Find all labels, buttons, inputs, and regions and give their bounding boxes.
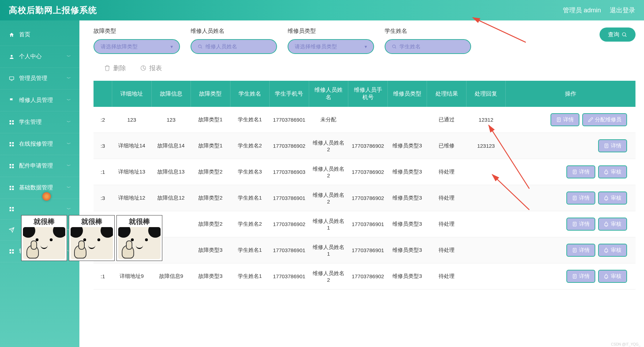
table-cell: 已通过 <box>427 107 467 133</box>
table-header: 学生姓名 <box>230 81 270 107</box>
search-icon <box>198 44 203 49</box>
nav-label: 配件申请管理 <box>19 162 53 170</box>
table-cell: 故障信息13 <box>151 159 191 185</box>
table-header: 维修人员姓名 <box>309 81 348 107</box>
nav-label: 首页 <box>19 31 30 38</box>
grid-icon <box>8 248 15 255</box>
grid-icon <box>8 185 15 191</box>
table-cell: 17703786902 <box>348 185 388 211</box>
table-cell <box>466 263 506 290</box>
table-cell: 详细地址12 <box>112 185 151 211</box>
svg-rect-7 <box>10 142 11 144</box>
table-cell: :3 <box>94 185 112 211</box>
table-cell: 维修人员姓名1 <box>309 211 348 237</box>
svg-rect-24 <box>12 249 14 251</box>
table-cell: 待处理 <box>427 263 467 290</box>
table-cell: 123 <box>151 107 191 133</box>
svg-rect-23 <box>10 249 11 251</box>
audit-button[interactable]: 审核 <box>598 270 627 283</box>
detail-button[interactable]: 详情 <box>566 218 595 231</box>
sidebar-item-5[interactable]: 在线报修管理﹀ <box>0 133 79 155</box>
audit-button[interactable]: 审核 <box>598 244 627 257</box>
table-cell: 17703786902 <box>348 159 388 185</box>
sidebar-item-1[interactable]: 个人中心﹀ <box>0 46 79 68</box>
filter-select-fault-type[interactable]: 请选择故障类型 <box>94 39 180 54</box>
table-row: 故障类型3学生姓名117703786901维修人员姓名117703786901维… <box>94 237 636 263</box>
table-header: 详细地址 <box>112 81 151 107</box>
table-cell: 12312 <box>466 107 506 133</box>
search-icon <box>621 32 627 37</box>
sidebar-item-7[interactable]: 基础数据管理﹀ <box>0 177 79 199</box>
table-cell: 17703786901 <box>270 185 309 211</box>
table-cell: 待处理 <box>427 211 467 237</box>
svg-rect-16 <box>12 186 14 188</box>
detail-button[interactable]: 详情 <box>566 165 595 178</box>
svg-rect-1 <box>10 77 14 79</box>
sidebar-item-0[interactable]: 首页 <box>0 24 79 46</box>
grid-icon <box>8 141 15 147</box>
table-cell: 17703786903 <box>270 159 309 185</box>
detail-button[interactable]: 详情 <box>550 113 579 126</box>
svg-rect-17 <box>10 188 11 190</box>
sticker: 就很棒 <box>116 215 162 261</box>
filter-select-repair-type[interactable]: 请选择维修员类型 <box>288 39 374 54</box>
flag-icon <box>8 97 15 104</box>
table-cell <box>466 211 506 237</box>
delete-button[interactable]: 删除 <box>104 64 126 72</box>
detail-button[interactable]: 详情 <box>566 270 595 283</box>
svg-line-30 <box>395 48 396 49</box>
chevron-down-icon: ﹀ <box>67 206 71 212</box>
app-title: 高校后勤网上报修系统 <box>9 5 97 16</box>
table-cell: :1 <box>94 159 112 185</box>
detail-button[interactable]: 详情 <box>566 244 595 257</box>
nav-label: 管理员管理 <box>19 75 47 82</box>
filter-input-repair-name[interactable]: 维修人员姓名 <box>191 39 277 54</box>
assign-button[interactable]: 分配维修员 <box>582 113 627 126</box>
audit-button[interactable]: 审核 <box>598 165 627 178</box>
svg-rect-8 <box>12 142 14 144</box>
table-cell: 详细地址14 <box>112 133 151 159</box>
table-cell: :2 <box>94 107 112 133</box>
audit-button[interactable]: 审核 <box>598 218 627 231</box>
chevron-down-icon: ﹀ <box>67 119 71 125</box>
screen-icon <box>8 75 15 82</box>
sidebar-item-2[interactable]: 管理员管理﹀ <box>0 68 79 90</box>
filter-label-student-name: 学生姓名 <box>385 28 471 35</box>
sidebar-item-6[interactable]: 配件申请管理﹀ <box>0 155 79 177</box>
table-cell: 故障信息14 <box>151 133 191 159</box>
user-label[interactable]: 管理员 admin <box>563 6 601 14</box>
table-cell <box>466 159 506 185</box>
data-table-container[interactable]: 详细地址故障信息故障类型学生姓名学生手机号维修人员姓名维修人员手机号维修员类型处… <box>94 81 636 347</box>
detail-button[interactable]: 详情 <box>566 191 595 205</box>
table-header: 维修人员手机号 <box>348 81 388 107</box>
svg-rect-14 <box>12 166 14 168</box>
table-cell-ops: 详情审核 <box>506 237 636 263</box>
table-cell: 故障类型3 <box>191 263 230 290</box>
table-cell-ops: 详情审核 <box>506 159 636 185</box>
svg-line-32 <box>625 36 626 37</box>
svg-rect-12 <box>12 164 14 166</box>
query-button[interactable]: 查询 <box>600 28 636 42</box>
svg-rect-20 <box>12 207 14 209</box>
logout-link[interactable]: 退出登录 <box>610 6 635 14</box>
audit-button[interactable]: 审核 <box>598 191 627 205</box>
table-header <box>94 81 112 107</box>
svg-rect-15 <box>10 186 11 188</box>
table-cell: 学生姓名1 <box>230 185 270 211</box>
table-cell: 故障类型3 <box>191 237 230 263</box>
report-button[interactable]: 报表 <box>140 64 162 72</box>
filter-input-student-name[interactable]: 学生姓名 <box>385 39 471 54</box>
table-cell: 17703786901 <box>270 263 309 290</box>
table-cell: 17703786901 <box>270 237 309 263</box>
table-cell-ops: 详情审核 <box>506 211 636 237</box>
sidebar-item-4[interactable]: 学生管理﹀ <box>0 111 79 133</box>
detail-button[interactable]: 详情 <box>598 139 627 152</box>
svg-rect-26 <box>12 252 14 254</box>
svg-rect-11 <box>10 164 11 166</box>
svg-rect-18 <box>12 188 14 190</box>
table-cell: 维修人员姓名1 <box>309 237 348 263</box>
svg-rect-25 <box>10 252 11 254</box>
table-cell: 详细地址9 <box>112 263 151 290</box>
sidebar-item-3[interactable]: 维修人员管理﹀ <box>0 90 79 111</box>
table-row: 故障类型2学生姓名217703786902维修人员姓名117703786901维… <box>94 211 636 237</box>
